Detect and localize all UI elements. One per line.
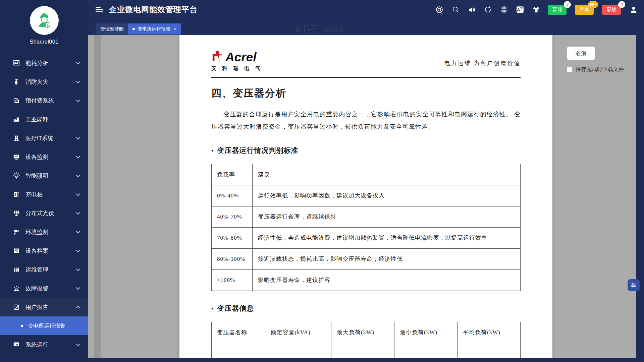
charging-pile-icon (13, 191, 20, 198)
table-row: >100% 影响变压器寿命，建议扩容 (212, 270, 521, 291)
help-lifebuoy-icon[interactable] (435, 5, 444, 14)
sidebar-item-system-operation[interactable]: 系统运行 (0, 335, 88, 354)
sidebar-item-energy-analysis[interactable]: 能耗分析 (0, 54, 88, 72)
col-header: 平均负荷(kW) (457, 322, 520, 343)
cancel-button[interactable]: 取消 (567, 47, 595, 60)
tab-dashboard[interactable]: 管理驾驶舱 (96, 23, 128, 35)
sidebar-item-operation-management[interactable]: 运维管理 (0, 260, 88, 279)
company-slogan: 电力运维 为客户创造价值 (444, 59, 521, 72)
tab-bar: 管理驾驶舱 变电所运行报告 × 按 Esc 退出全屏 (88, 19, 644, 35)
sidebar-item-smart-lighting[interactable]: 智能照明 (0, 166, 88, 185)
download-checkbox-label: 保存完成时下载文件 (576, 66, 624, 73)
sidebar-item-fault-alarm[interactable]: 故障报警 (0, 279, 88, 298)
refresh-icon[interactable] (483, 5, 492, 14)
sliders-icon (630, 282, 637, 289)
tab-label: 变电所运行报告 (138, 26, 170, 32)
energy-chart-icon (13, 59, 20, 67)
sidebar-item-label: 设备监测 (25, 153, 76, 161)
section-criteria-title: •变压器运行情况判别标准 (211, 146, 521, 155)
toast-text: 退出全屏 (323, 26, 344, 33)
sidebar-item-distributed-pv[interactable]: 分布式光伏 (0, 204, 88, 223)
alarm-accident-button[interactable]: 事故 4 (602, 5, 621, 15)
svg-text:A: A (517, 7, 520, 12)
alarm-normal-count: 3 (564, 1, 571, 8)
chevron-up-icon (76, 306, 80, 310)
settings-fab[interactable] (628, 279, 640, 291)
archive-icon (13, 247, 20, 254)
sidebar-item-label: 工业能耗 (25, 116, 79, 123)
bullet-icon: • (211, 147, 214, 154)
report-edit-icon (13, 303, 20, 311)
sound-icon[interactable] (467, 5, 476, 14)
sidebar-item-environment-monitoring[interactable]: 环境监测 (0, 223, 88, 241)
cell-load-rate: 80%-100% (212, 249, 253, 270)
sidebar-item-label: 运维管理 (25, 266, 76, 274)
industry-icon (13, 116, 20, 123)
col-header: 最大负荷(kW) (331, 322, 394, 343)
download-checkbox[interactable] (567, 67, 573, 72)
header-rule (211, 77, 521, 78)
sidebar: Shacrel001 能耗分析 消防火灾 预付费系统 工业能耗 医疗IT系统 (0, 0, 88, 362)
sidebar-item-label: 设备档案 (25, 247, 76, 255)
chevron-down-icon (76, 135, 80, 140)
cell-load-rate: 40%-70% (212, 206, 253, 228)
env-sensor-icon (13, 228, 20, 236)
table-row: 70%-80% 经济性低，会造成电能浪费，建议增加散热装置，适当降低电流密度，以… (212, 228, 521, 249)
acrel-logo-text: Acrel (225, 51, 257, 63)
tab-label: 管理驾驶舱 (100, 26, 124, 32)
binders-icon (13, 266, 20, 273)
lightbulb-icon (13, 172, 20, 179)
compress-icon[interactable] (499, 5, 508, 14)
page-scrollbar[interactable] (94, 35, 101, 358)
acrel-logo-subtext: 安 科 瑞 电 气 (211, 65, 263, 72)
transformer-info-table: 变压器名称 额定容量(kVA) 最大负荷(kW) 最小负荷(kW) 平均负荷(k… (211, 322, 521, 358)
table-row: 40%-70% 变压器运行合理，请继续保持 (212, 206, 521, 228)
col-header: 变压器名称 (212, 322, 265, 343)
sidebar-item-label: 消防火灾 (25, 78, 76, 86)
table-row: 80%-100% 接近满载状态，损耗比高，影响变压器寿命，经济性低 (212, 249, 521, 270)
right-edge-strip (636, 35, 644, 362)
download-option[interactable]: 保存完成时下载文件 (567, 66, 624, 73)
chevron-down-icon (76, 267, 80, 271)
sidebar-item-medical-it[interactable]: 医疗IT系统 (0, 129, 88, 147)
col-header: 建议 (253, 164, 521, 185)
sidebar-item-industrial-energy[interactable]: 工业能耗 (0, 110, 88, 129)
theme-tshirt-icon[interactable] (532, 5, 540, 14)
sidebar-item-prepaid-system[interactable]: 预付费系统 (0, 91, 88, 110)
tab-substation-report[interactable]: 变电所运行报告 × (128, 23, 181, 35)
chevron-down-icon (76, 192, 80, 196)
chevron-down-icon (76, 248, 80, 252)
search-icon[interactable] (451, 5, 460, 14)
alarm-severe-count: 99+ (588, 1, 598, 8)
sidebar-item-label: 故障报警 (25, 285, 76, 292)
sidebar-item-label: 环境监测 (25, 228, 76, 236)
alarm-accident-label: 事故 (606, 6, 616, 13)
bullet-icon: • (211, 305, 214, 312)
sidebar-item-charging-pile[interactable]: 充电桩 (0, 185, 88, 204)
cell-load-rate: 0%-40% (212, 185, 253, 206)
sidebar-item-device-monitoring[interactable]: 设备监测 (0, 147, 88, 166)
acrel-logo: Acrel 安 科 瑞 电 气 (211, 51, 263, 72)
avatar[interactable] (30, 6, 59, 35)
sidebar-item-fire-safety[interactable]: 消防火灾 (0, 72, 88, 91)
tab-close-icon[interactable]: × (174, 26, 176, 32)
toast-text: 按 (296, 26, 301, 33)
fullscreen-exit-toast: 按 Esc 退出全屏 (296, 23, 344, 36)
sidebar-item-substation-report[interactable]: 变电所运行报告 (0, 316, 88, 335)
sidebar-item-label: 充电桩 (25, 191, 76, 198)
chevron-down-icon (76, 173, 80, 177)
sidebar-item-label: 智能照明 (25, 172, 76, 180)
alarm-normal-button[interactable]: 普通 3 (548, 5, 567, 15)
sidebar-item-device-archive[interactable]: 设备档案 (0, 241, 88, 260)
bottom-edge-strip (88, 358, 644, 362)
svg-text:文: 文 (520, 6, 523, 10)
cell-advice: 经济性低，会造成电能浪费，建议增加散热装置，适当降低电流密度，以提高运行效率 (253, 228, 521, 249)
system-gear-icon (13, 341, 20, 348)
collapse-menu-icon[interactable] (96, 6, 103, 14)
translate-icon[interactable]: A文 (516, 5, 524, 14)
user-profile-icon[interactable] (629, 5, 638, 14)
alarm-severe-button[interactable]: 严重 99+ (575, 5, 594, 15)
sidebar-item-user-report[interactable]: 用户报告 (0, 298, 88, 316)
cell-advice: 接近满载状态，损耗比高，影响变压器寿命，经济性低 (253, 249, 521, 270)
prepaid-card-icon (13, 97, 20, 104)
